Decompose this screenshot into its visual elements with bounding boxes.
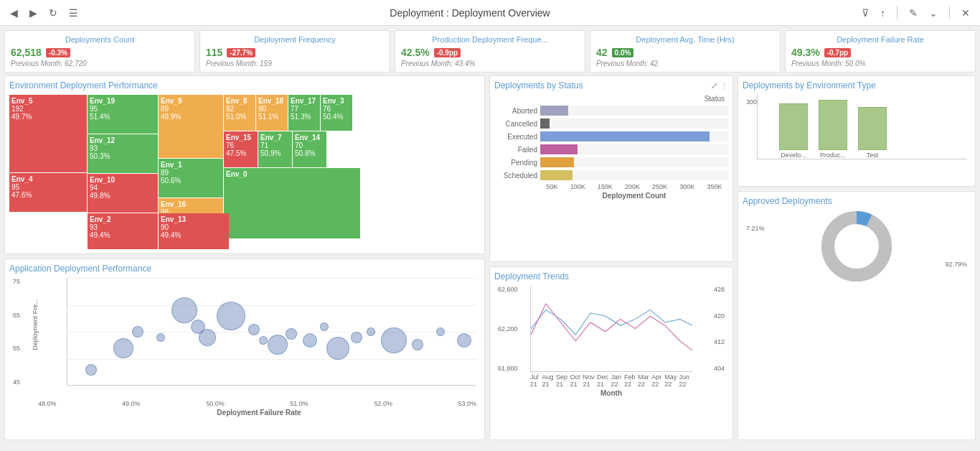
treemap-cell-Env_5[interactable]: Env_519249.7% xyxy=(9,95,87,172)
expand-icon[interactable]: ⤢ xyxy=(711,81,717,90)
treemap-cell-Env_0[interactable]: Env_0 xyxy=(224,168,360,238)
scatter-bubble-11 xyxy=(286,328,297,340)
treemap-cell-Env_17[interactable]: Env_177751.3% xyxy=(288,95,320,131)
scatter-x-axis-label: Deployment Failure Rate xyxy=(38,409,480,417)
env-type-bar-0 xyxy=(779,103,808,150)
trends-y-right-2: 420 xyxy=(714,312,725,320)
treemap-cell-Env_18[interactable]: Env_188051.1% xyxy=(256,95,288,131)
more-icon[interactable]: ⋮ xyxy=(720,81,728,90)
kpi-value-2: 42.5% xyxy=(401,47,430,58)
env-type-bar-1 xyxy=(819,100,847,150)
refresh-icon[interactable]: ↻ xyxy=(46,6,60,20)
scatter-bubble-10 xyxy=(268,335,288,355)
forward-icon[interactable]: ▶ xyxy=(27,6,40,20)
status-panel-header: Deployments by Status ⤢ ⋮ xyxy=(494,80,728,90)
scatter-x-tick-5: 53.0% xyxy=(458,400,476,407)
trends-y-right-1: 428 xyxy=(714,286,725,293)
treemap-cell-Env_1[interactable]: Env_18950.6% xyxy=(159,159,223,197)
scatter-bubble-7 xyxy=(217,302,245,330)
kpi-badge-4: -0.7pp xyxy=(824,48,851,57)
scatter-bubble-20 xyxy=(457,333,471,348)
trends-y-val-3: 61,800 xyxy=(498,365,518,372)
kpi-title-3: Deployment Avg. Time (Hrs) xyxy=(596,35,774,44)
trends-x-label-0: Jul 21 xyxy=(530,373,542,388)
status-chart-container: Status Aborted Cancelled Executed Failed… xyxy=(494,95,728,200)
kpi-prev-1: Previous Month: 159 xyxy=(206,60,384,68)
kpi-card-3[interactable]: Deployment Avg. Time (Hrs) 42 0.0% Previ… xyxy=(590,30,781,73)
status-panel-icons: ⤢ ⋮ xyxy=(711,81,728,90)
treemap-cell-Env_7[interactable]: Env_77150.9% xyxy=(258,131,292,167)
status-x-ticks: 50K100K150K200K250K300K350K xyxy=(494,183,728,190)
donut-chart-container: 7.21% 92.79% xyxy=(743,210,971,282)
kpi-badge-1: -27.7% xyxy=(227,48,255,57)
status-bar-bg-0 xyxy=(540,106,728,116)
treemap-cell-Env_3[interactable]: Env_37650.4% xyxy=(321,95,352,131)
scatter-bubble-15 xyxy=(351,332,362,343)
trends-x-label-1: Aug 21 xyxy=(542,373,555,388)
treemap-cell-Env_10[interactable]: Env_109449.8% xyxy=(88,174,158,213)
treemap-cell-Env_19[interactable]: Env_199551.4% xyxy=(88,95,158,134)
kpi-card-4[interactable]: Deployment Failure Rate 49.3% -0.7pp Pre… xyxy=(785,30,976,73)
back-icon[interactable]: ◀ xyxy=(7,6,21,20)
trends-x-label-2: Sep 21 xyxy=(556,373,570,388)
deployments-status-panel: Deployments by Status ⤢ ⋮ Status Aborted… xyxy=(489,75,733,262)
treemap-cell-Env_8[interactable]: Env_88251.0% xyxy=(224,95,255,131)
status-name-4: Pending xyxy=(494,159,537,167)
kpi-badge-0: -0.3% xyxy=(46,48,70,57)
treemap-cell-Env_15[interactable]: Env_157647.5% xyxy=(224,131,258,167)
y-label-45: 45 xyxy=(13,378,20,386)
status-bar-bg-1 xyxy=(540,118,728,129)
treemap-cell-Env_4[interactable]: Env_49547.6% xyxy=(9,173,87,212)
filter-icon[interactable]: ⊽ xyxy=(859,6,872,20)
chevron-down-icon[interactable]: ⌄ xyxy=(926,6,941,20)
env-type-y-val: 300 xyxy=(746,98,757,106)
trends-y-val-2: 62,200 xyxy=(498,325,518,333)
env-type-panel: Deployments by Environment Type 300 Deve… xyxy=(738,75,976,187)
y-label-75: 75 xyxy=(13,278,20,285)
kpi-title-4: Deployment Failure Rate xyxy=(791,35,969,44)
status-bar-1 xyxy=(540,118,550,129)
treemap-cell-Env_14[interactable]: Env_147050.8% xyxy=(293,131,326,167)
scatter-bubble-6 xyxy=(199,329,216,346)
header-left-controls: ◀ ▶ ↻ ☰ xyxy=(7,6,81,20)
env-treemap: Env_519249.7%Env_199551.4%Env_129350.3%E… xyxy=(9,95,480,249)
kpi-value-0: 62,518 xyxy=(11,47,42,58)
scatter-x-labels: 48.0%49.0%50.0%51.0%52.0%53.0% xyxy=(38,400,476,407)
trends-x-labels: Jul 21Aug 21Sep 21Oct 21Nov 21Dec 21Jan … xyxy=(530,373,692,388)
status-x-tick-6: 350K xyxy=(707,183,722,190)
scatter-bubble-13 xyxy=(320,322,329,331)
donut-pct2-label: 7.21% xyxy=(746,225,765,232)
treemap-cell-Env_13[interactable]: Env_139049.4% xyxy=(159,213,229,249)
kpi-card-0[interactable]: Deployments Count 62,518 -0.3% Previous … xyxy=(4,30,195,73)
close-icon[interactable]: ✕ xyxy=(958,6,973,20)
share-icon[interactable]: ↑ xyxy=(877,6,888,20)
scatter-bubble-14 xyxy=(326,337,349,360)
env-type-bar-2 xyxy=(858,107,887,150)
trends-y-right-3: 412 xyxy=(714,338,725,345)
app-header: ◀ ▶ ↻ ☰ Deployment : Deployment Overview… xyxy=(0,0,980,26)
kpi-row: Deployments Count 62,518 -0.3% Previous … xyxy=(0,26,980,75)
left-column: Environment Deployment Performance Env_5… xyxy=(4,75,485,440)
treemap-cell-Env_9[interactable]: Env_98949.9% xyxy=(159,95,223,158)
menu-icon[interactable]: ☰ xyxy=(66,6,81,20)
status-x-tick-1: 100K xyxy=(570,183,585,190)
treemap-cell-Env_12[interactable]: Env_129350.3% xyxy=(88,134,158,173)
status-name-2: Executed xyxy=(494,133,537,141)
trends-x-label-11: Jun 22 xyxy=(679,373,692,388)
trends-svg xyxy=(530,286,692,372)
approved-title: Approved Deployments xyxy=(743,196,971,206)
edit-icon[interactable]: ✎ xyxy=(906,6,920,20)
donut-pct1-label: 92.79% xyxy=(945,261,967,268)
status-bar-chart: Aborted Cancelled Executed Failed Pendin… xyxy=(494,106,728,180)
scatter-bubble-3 xyxy=(156,333,165,342)
kpi-prev-0: Previous Month: 62,720 xyxy=(11,60,189,68)
env-performance-title: Environment Deployment Performance xyxy=(9,80,480,90)
kpi-card-2[interactable]: Production Deployment Freque... 42.5% -0… xyxy=(395,30,585,73)
kpi-value-row-1: 115 -27.7% xyxy=(206,47,384,58)
kpi-value-row-2: 42.5% -0.9pp xyxy=(401,47,579,58)
kpi-value-4: 49.3% xyxy=(791,47,820,58)
kpi-card-1[interactable]: Deployment Frequency 115 -27.7% Previous… xyxy=(199,30,390,73)
status-bar-3 xyxy=(540,144,578,154)
treemap-cell-Env_2[interactable]: Env_29349.4% xyxy=(88,213,158,249)
scatter-x-tick-0: 48.0% xyxy=(38,400,57,407)
